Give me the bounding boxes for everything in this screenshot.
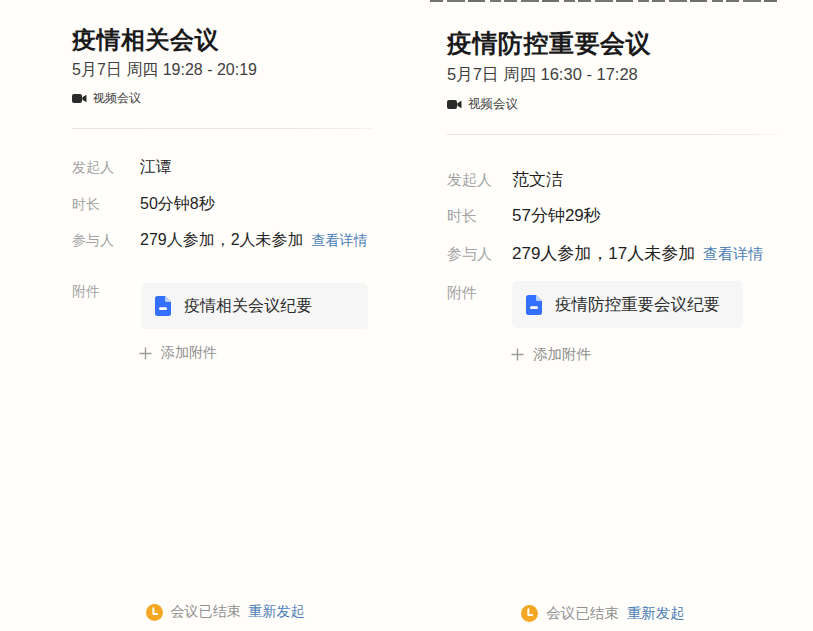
meeting-ended-status: 会议已结束 重新发起: [72, 603, 378, 621]
add-attachment-button[interactable]: 添加附件: [139, 344, 217, 362]
participants-summary: 279人参加，2人未参加: [140, 230, 304, 251]
divider: [72, 128, 372, 129]
attachment-name: 疫情防控重要会议纪要: [555, 294, 720, 316]
attachments-label: 附件: [72, 283, 100, 301]
field-label: 时长: [447, 207, 512, 226]
participants-row: 参与人 279人参加，2人未参加 查看详情: [72, 230, 368, 251]
duration-value: 57分钟29秒: [512, 204, 601, 227]
video-camera-icon: [72, 93, 87, 104]
video-camera-icon: [447, 99, 462, 110]
meeting-detail-panel-left: 疫情相关会议 5月7日 周四 19:28 - 20:19 视频会议 发起人 江谭…: [72, 0, 378, 631]
plus-icon: [511, 348, 524, 361]
initiator-name: 范文洁: [512, 168, 563, 191]
status-text: 会议已结束: [546, 604, 619, 623]
meeting-ended-status: 会议已结束 重新发起: [447, 604, 759, 623]
video-meeting-label: 视频会议: [468, 96, 518, 113]
meeting-datetime: 5月7日 周四 19:28 - 20:19: [72, 60, 257, 81]
field-label: 参与人: [72, 232, 140, 250]
restart-meeting-link[interactable]: 重新发起: [627, 604, 685, 623]
participants-row: 参与人 279人参加，17人未参加 查看详情: [447, 242, 763, 265]
initiator-row: 发起人 范文洁: [447, 168, 563, 191]
video-meeting-badge: 视频会议: [447, 96, 518, 113]
meeting-detail-panel-right: 疫情防控重要会议 5月7日 周四 16:30 - 17:28 视频会议 发起人 …: [447, 0, 759, 631]
initiator-row: 发起人 江谭: [72, 157, 172, 178]
view-details-link[interactable]: 查看详情: [703, 245, 763, 264]
doc-icon: [526, 295, 542, 315]
view-details-link[interactable]: 查看详情: [312, 232, 368, 250]
add-attachment-button[interactable]: 添加附件: [511, 345, 591, 364]
initiator-name: 江谭: [140, 157, 172, 178]
attachment-card[interactable]: 疫情防控重要会议纪要: [512, 281, 743, 328]
meeting-datetime: 5月7日 周四 16:30 - 17:28: [447, 64, 638, 86]
plus-icon: [139, 347, 152, 360]
field-label: 发起人: [447, 171, 512, 190]
add-attachment-label: 添加附件: [161, 344, 217, 362]
video-meeting-label: 视频会议: [93, 90, 141, 107]
clock-icon: [521, 605, 538, 622]
field-label: 参与人: [447, 245, 512, 264]
meeting-title: 疫情防控重要会议: [447, 30, 651, 58]
video-meeting-badge: 视频会议: [72, 90, 141, 107]
meeting-title: 疫情相关会议: [72, 27, 219, 53]
doc-icon: [155, 296, 171, 316]
status-text: 会议已结束: [171, 603, 241, 621]
attachments-label: 附件: [447, 284, 477, 303]
field-label: 发起人: [72, 159, 140, 177]
add-attachment-label: 添加附件: [533, 345, 591, 364]
duration-value: 50分钟8秒: [140, 194, 215, 215]
duration-row: 时长 57分钟29秒: [447, 204, 601, 227]
restart-meeting-link[interactable]: 重新发起: [249, 603, 305, 621]
clock-icon: [146, 604, 163, 621]
attachment-name: 疫情相关会议纪要: [184, 296, 312, 317]
field-label: 时长: [72, 196, 140, 214]
divider: [447, 134, 777, 135]
duration-row: 时长 50分钟8秒: [72, 194, 215, 215]
participants-summary: 279人参加，17人未参加: [512, 242, 695, 265]
attachment-card[interactable]: 疫情相关会议纪要: [141, 283, 368, 329]
